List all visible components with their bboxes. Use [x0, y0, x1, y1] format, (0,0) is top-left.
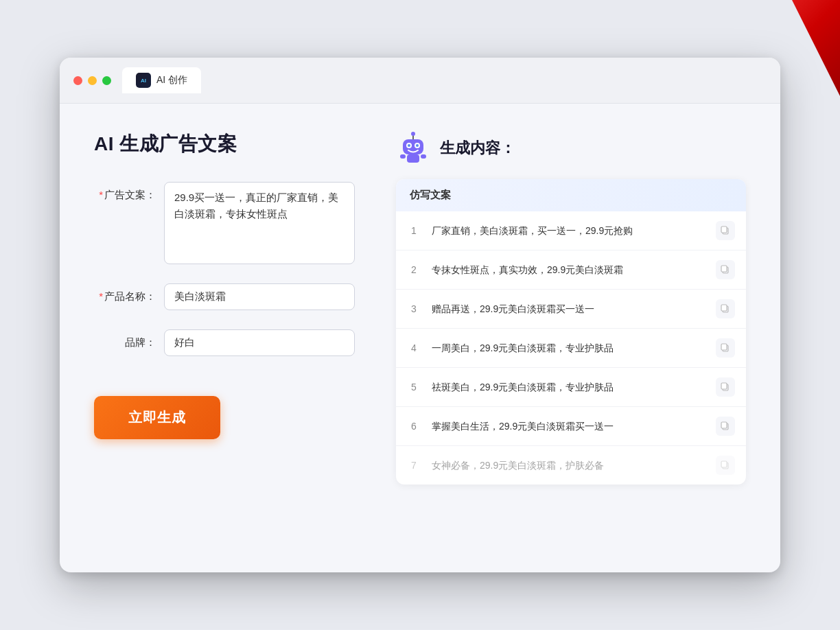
row-number: 1 — [407, 225, 421, 236]
result-title: 生成内容： — [440, 138, 515, 159]
table-row: 4一周美白，29.9元美白淡斑霜，专业护肤品 — [396, 329, 746, 368]
ad-copy-group: *广告文案： — [94, 182, 355, 264]
svg-point-1 — [411, 132, 415, 136]
traffic-lights — [73, 76, 111, 85]
svg-rect-7 — [407, 154, 419, 163]
title-bar: AI 创作 — [60, 58, 780, 104]
browser-window: AI 创作 AI 生成广告文案 *广告文案： *产品名称： — [60, 58, 780, 572]
copy-button[interactable] — [716, 377, 735, 397]
row-text: 掌握美白生活，29.9元美白淡斑霜买一送一 — [432, 419, 705, 434]
copy-button[interactable] — [716, 417, 735, 436]
row-text: 祛斑美白，29.9元美白淡斑霜，专业护肤品 — [432, 380, 705, 395]
ad-copy-required-star: * — [99, 189, 103, 200]
page-title: AI 生成广告文案 — [94, 131, 355, 157]
ad-copy-label: *广告文案： — [94, 182, 156, 202]
svg-rect-13 — [721, 266, 727, 272]
close-button[interactable] — [73, 76, 82, 85]
svg-rect-21 — [721, 422, 727, 428]
product-name-group: *产品名称： — [94, 283, 355, 310]
minimize-button[interactable] — [88, 76, 97, 85]
brand-input[interactable] — [164, 329, 355, 356]
table-header: 仿写文案 — [396, 179, 746, 211]
row-number: 4 — [407, 342, 421, 353]
copy-button[interactable] — [716, 338, 735, 358]
row-text: 一周美白，29.9元美白淡斑霜，专业护肤品 — [432, 341, 705, 355]
tab-title: AI 创作 — [156, 74, 187, 86]
row-text: 女神必备，29.9元美白淡斑霜，护肤必备 — [432, 458, 705, 473]
generate-button[interactable]: 立即生成 — [94, 396, 220, 439]
ai-tab[interactable]: AI 创作 — [122, 67, 201, 93]
copy-button[interactable] — [716, 456, 735, 475]
row-number: 2 — [407, 264, 421, 275]
product-name-label: *产品名称： — [94, 283, 156, 303]
row-number: 5 — [407, 382, 421, 393]
maximize-button[interactable] — [102, 76, 111, 85]
svg-rect-15 — [721, 305, 727, 311]
row-text: 厂家直销，美白淡斑霜，买一送一，29.9元抢购 — [432, 224, 705, 238]
table-row: 1厂家直销，美白淡斑霜，买一送一，29.9元抢购 — [396, 211, 746, 250]
robot-icon — [396, 131, 430, 165]
product-name-input[interactable] — [164, 283, 355, 310]
svg-rect-9 — [421, 154, 426, 159]
table-row: 7女神必备，29.9元美白淡斑霜，护肤必备 — [396, 446, 746, 485]
row-number: 6 — [407, 421, 421, 432]
row-number: 7 — [407, 460, 421, 471]
ai-tab-icon — [136, 73, 151, 88]
copy-button[interactable] — [716, 260, 735, 279]
svg-rect-11 — [721, 226, 727, 233]
result-table: 仿写文案 1厂家直销，美白淡斑霜，买一送一，29.9元抢购 2专抹女性斑点，真实… — [396, 179, 746, 485]
table-row: 5祛斑美白，29.9元美白淡斑霜，专业护肤品 — [396, 368, 746, 407]
svg-rect-8 — [400, 154, 406, 159]
row-text: 赠品再送，29.9元美白淡斑霜买一送一 — [432, 302, 705, 316]
main-content: AI 生成广告文案 *广告文案： *产品名称： 品牌： — [60, 104, 780, 512]
copy-button[interactable] — [716, 221, 735, 240]
table-row: 3赠品再送，29.9元美白淡斑霜买一送一 — [396, 290, 746, 329]
ad-copy-textarea[interactable] — [164, 182, 355, 264]
brand-label: 品牌： — [94, 329, 156, 349]
row-text: 专抹女性斑点，真实功效，29.9元美白淡斑霜 — [432, 263, 705, 277]
svg-point-6 — [416, 144, 419, 147]
svg-point-5 — [408, 144, 410, 147]
copy-button[interactable] — [716, 299, 735, 318]
row-number: 3 — [407, 303, 421, 314]
table-row: 2专抹女性斑点，真实功效，29.9元美白淡斑霜 — [396, 250, 746, 290]
product-name-required-star: * — [99, 290, 103, 302]
result-header: 生成内容： — [396, 131, 746, 165]
svg-rect-23 — [721, 461, 727, 467]
result-rows-container: 1厂家直销，美白淡斑霜，买一送一，29.9元抢购 2专抹女性斑点，真实功效，29… — [396, 211, 746, 485]
left-panel: AI 生成广告文案 *广告文案： *产品名称： 品牌： — [94, 131, 355, 485]
svg-rect-17 — [721, 344, 727, 350]
table-row: 6掌握美白生活，29.9元美白淡斑霜买一送一 — [396, 407, 746, 446]
brand-group: 品牌： — [94, 329, 355, 356]
right-panel: 生成内容： 仿写文案 1厂家直销，美白淡斑霜，买一送一，29.9元抢购 2专抹女… — [396, 131, 746, 485]
svg-rect-19 — [721, 383, 727, 389]
